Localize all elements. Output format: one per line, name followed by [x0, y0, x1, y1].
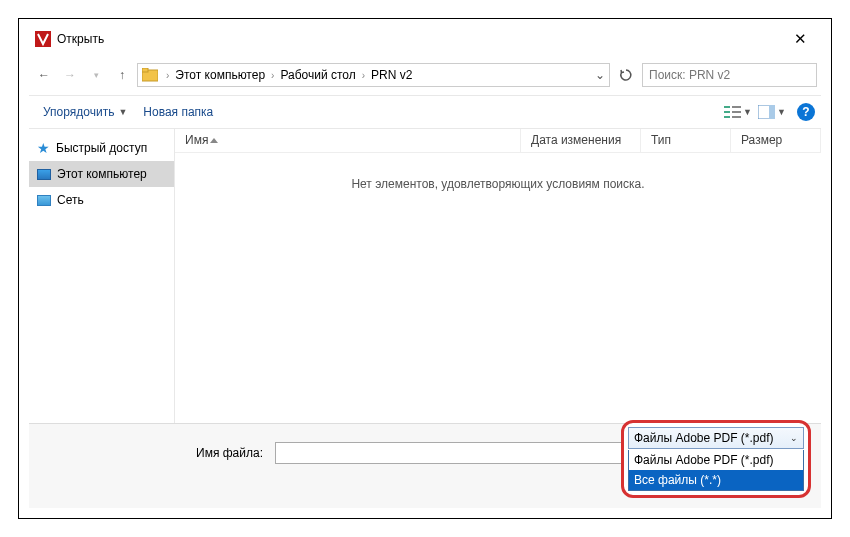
network-icon — [37, 195, 51, 206]
breadcrumb-thispc[interactable]: Этот компьютер — [173, 68, 267, 82]
forward-button[interactable]: → — [59, 64, 81, 86]
preview-pane-button[interactable]: ▼ — [757, 101, 787, 123]
col-type[interactable]: Тип — [641, 129, 731, 152]
caret-down-icon: ▼ — [118, 107, 127, 117]
app-icon — [35, 31, 51, 47]
view-options-button[interactable]: ▼ — [723, 101, 753, 123]
filename-label: Имя файла: — [43, 446, 263, 460]
filter-callout: Файлы Adobe PDF (*.pdf) ⌄ Файлы Adobe PD… — [621, 420, 811, 498]
empty-message: Нет элементов, удовлетворяющих условиям … — [175, 153, 821, 215]
svg-rect-5 — [724, 111, 730, 113]
col-name[interactable]: Имя — [175, 129, 521, 152]
col-size[interactable]: Размер — [731, 129, 821, 152]
close-button[interactable]: ✕ — [786, 26, 815, 52]
svg-rect-6 — [732, 111, 741, 113]
address-dropdown[interactable]: ⌄ — [591, 68, 609, 82]
column-headers: Имя Дата изменения Тип Размер — [175, 129, 821, 153]
new-folder-button[interactable]: Новая папка — [135, 101, 221, 123]
recent-dropdown[interactable]: ▾ — [85, 64, 107, 86]
caret-down-icon: ▼ — [777, 107, 786, 117]
chevron-right-icon: › — [358, 70, 369, 81]
nav-this-pc[interactable]: Этот компьютер — [29, 161, 174, 187]
caret-down-icon: ⌄ — [790, 433, 798, 443]
breadcrumb-folder[interactable]: PRN v2 — [369, 68, 414, 82]
svg-rect-7 — [724, 116, 730, 118]
caret-down-icon: ▼ — [743, 107, 752, 117]
filetype-option-pdf[interactable]: Файлы Adobe PDF (*.pdf) — [629, 450, 803, 470]
svg-rect-8 — [732, 116, 741, 118]
folder-icon — [140, 65, 160, 85]
svg-rect-2 — [142, 68, 148, 72]
breadcrumb-desktop[interactable]: Рабочий стол — [278, 68, 357, 82]
search-input[interactable]: Поиск: PRN v2 — [642, 63, 817, 87]
address-bar[interactable]: › Этот компьютер › Рабочий стол › PRN v2… — [137, 63, 610, 87]
filetype-option-all[interactable]: Все файлы (*.*) — [629, 470, 803, 490]
navigation-pane: ★ Быстрый доступ Этот компьютер Сеть — [29, 129, 175, 423]
organize-menu[interactable]: Упорядочить ▼ — [35, 101, 135, 123]
file-list: Имя Дата изменения Тип Размер Нет элемен… — [175, 129, 821, 423]
titlebar: Открыть ✕ — [29, 25, 821, 53]
chevron-right-icon: › — [267, 70, 278, 81]
nav-quick-access[interactable]: ★ Быстрый доступ — [29, 135, 174, 161]
star-icon: ★ — [37, 140, 50, 156]
svg-rect-4 — [732, 106, 741, 108]
sort-arrow-icon — [210, 138, 218, 143]
up-button[interactable]: ↑ — [111, 64, 133, 86]
bottom-panel: Имя файла: ⌄ Файлы Adobe PDF (*.pdf) ⌄ Ф… — [29, 423, 821, 508]
filetype-dropdown-list: Файлы Adobe PDF (*.pdf) Все файлы (*.*) — [628, 450, 804, 491]
navigation-row: ← → ▾ ↑ › Этот компьютер › Рабочий стол … — [29, 59, 821, 91]
help-button[interactable]: ? — [797, 103, 815, 121]
refresh-button[interactable] — [614, 63, 638, 87]
col-date[interactable]: Дата изменения — [521, 129, 641, 152]
svg-rect-10 — [769, 105, 775, 119]
filetype-select[interactable]: Файлы Adobe PDF (*.pdf) ⌄ — [628, 427, 804, 449]
nav-network[interactable]: Сеть — [29, 187, 174, 213]
dialog-title: Открыть — [57, 32, 104, 46]
search-placeholder: Поиск: PRN v2 — [649, 68, 730, 82]
toolbar: Упорядочить ▼ Новая папка ▼ ▼ ? — [29, 95, 821, 129]
back-button[interactable]: ← — [33, 64, 55, 86]
chevron-right-icon: › — [162, 70, 173, 81]
svg-rect-3 — [724, 106, 730, 108]
open-dialog: Открыть ✕ ← → ▾ ↑ › Этот компьютер › Раб… — [29, 25, 821, 508]
computer-icon — [37, 169, 51, 180]
main-area: ★ Быстрый доступ Этот компьютер Сеть Имя… — [29, 129, 821, 423]
